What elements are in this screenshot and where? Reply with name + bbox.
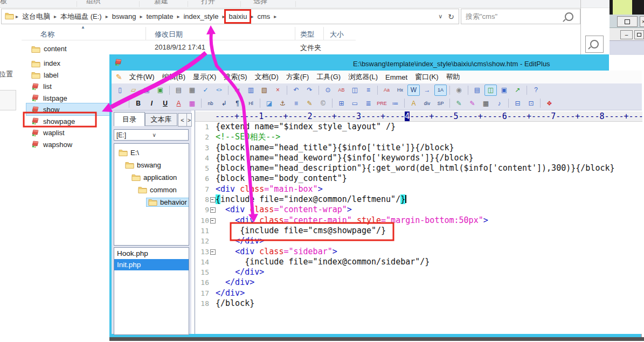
word-wrap-icon[interactable]: W: [407, 85, 420, 96]
file-row-showpage[interactable]: showpage: [31, 116, 75, 127]
cut-icon[interactable]: ✂: [231, 85, 244, 96]
indent-marks-icon[interactable]: →: [421, 85, 433, 96]
tree-item-e[interactable]: E:\: [119, 146, 139, 158]
copyright-icon[interactable]: ©: [317, 97, 329, 109]
menu-f[interactable]: 方案(F): [282, 72, 313, 82]
address-dropdown-chevron[interactable]: ∨: [438, 13, 442, 20]
drive-selector[interactable]: [E:] ∨: [114, 129, 189, 141]
fold-toggle-icon[interactable]: [209, 247, 216, 257]
breadcrumb-item-indexstyle[interactable]: index_style: [181, 12, 220, 20]
menu-g[interactable]: 工具(G): [313, 72, 344, 82]
fold-toggle-icon[interactable]: [209, 205, 216, 215]
uppercase-icon[interactable]: Aa: [380, 85, 393, 96]
breadcrumb-item-bswang[interactable]: bswang: [110, 12, 139, 20]
edit-script-icon[interactable]: ✎: [453, 97, 465, 109]
replace-icon[interactable]: AB: [335, 85, 348, 96]
form-elements-icon[interactable]: ⊟: [511, 97, 524, 109]
breadcrumb-item-[interactable]: 这台电脑: [20, 12, 52, 22]
browser-preview-icon[interactable]: ◐: [114, 97, 126, 109]
tree-item-behavior[interactable]: behavior: [144, 196, 189, 208]
redo-icon[interactable]: ↷: [303, 85, 316, 96]
panel-file-hookphp[interactable]: Hook.php: [114, 248, 189, 259]
bold-icon[interactable]: B: [132, 97, 144, 109]
tree-item-common[interactable]: common: [138, 184, 177, 196]
sort-ascending-icon[interactable]: ▲: [81, 25, 85, 30]
file-row-label[interactable]: label: [31, 69, 58, 81]
magnifier-tool-button[interactable]: [585, 36, 604, 53]
print-preview-icon[interactable]: ▤: [172, 85, 185, 96]
div-tag-icon[interactable]: div: [421, 97, 433, 109]
file-row-wapshow[interactable]: wapshow: [31, 139, 72, 150]
cliptext-panel-icon[interactable]: ▤: [471, 85, 483, 96]
file-row-show[interactable]: show: [31, 104, 59, 115]
center-align-icon[interactable]: ≡: [290, 97, 302, 109]
signature-icon[interactable]: ✎: [303, 97, 316, 109]
nbsp-icon[interactable]: nb: [204, 97, 217, 109]
print-icon[interactable]: ▦: [186, 85, 198, 96]
file-row-list[interactable]: list: [31, 81, 52, 92]
div-block-icon[interactable]: ▭: [349, 97, 361, 109]
file-row-listpage[interactable]: listpage: [31, 93, 67, 104]
file-row-content[interactable]: content: [31, 43, 67, 54]
document-tag-icon[interactable]: A: [407, 97, 420, 109]
menu-emmet[interactable]: Emmet: [382, 73, 411, 81]
breadcrumb-item-cms[interactable]: cms: [255, 12, 272, 20]
anchor-icon[interactable]: ⚓: [276, 97, 289, 109]
refresh-button[interactable]: ↻: [448, 12, 454, 21]
italic-icon[interactable]: I: [146, 97, 158, 109]
copy-icon[interactable]: ▥: [245, 85, 257, 96]
panel-file-initphp[interactable]: Init.php: [114, 259, 189, 270]
split-document-icon[interactable]: ◫: [484, 85, 497, 96]
tree-item-application[interactable]: application: [131, 171, 177, 183]
save-icon[interactable]: ▣: [141, 85, 153, 96]
editplus-title-bar[interactable]: E:\bswang\template\index_style\baixiu\cm…: [112, 57, 609, 71]
column-header-1[interactable]: 修改日期: [155, 30, 183, 39]
undo-icon[interactable]: ↶: [290, 85, 302, 96]
delete-icon[interactable]: ×: [272, 85, 284, 96]
find-icon[interactable]: ⊙: [322, 85, 334, 96]
fold-toggle-icon[interactable]: [209, 215, 216, 226]
open-folder-icon[interactable]: ▱: [127, 85, 140, 96]
function-list-icon[interactable]: ▣: [498, 85, 510, 96]
menu-d[interactable]: 文档(D): [251, 72, 282, 82]
column-marker-icon[interactable]: 1A: [434, 85, 447, 96]
fold-toggle-icon[interactable]: [209, 194, 216, 205]
breadcrumb-item-template[interactable]: template: [144, 12, 176, 20]
spell-check-icon[interactable]: ✓: [199, 85, 212, 96]
preformatted-icon[interactable]: PRE: [376, 97, 388, 109]
paste-icon[interactable]: ▧: [258, 85, 271, 96]
tree-item-bswang[interactable]: bswang: [125, 159, 161, 171]
span-tag-icon[interactable]: SP: [434, 97, 447, 109]
paragraph-icon[interactable]: ¶: [231, 97, 244, 109]
menu-k[interactable]: 窗口(K): [411, 72, 442, 82]
blockquote-icon[interactable]: ≣: [362, 97, 375, 109]
new-file-icon[interactable]: ▯: [114, 85, 126, 96]
menu-l[interactable]: 浏览器(L): [344, 72, 382, 82]
font-color-icon[interactable]: A: [172, 97, 185, 109]
table-icon[interactable]: ⊞: [335, 97, 348, 109]
form-layout-icon[interactable]: ⊡: [525, 97, 537, 109]
menu-[interactable]: 帮助: [442, 72, 464, 82]
context-help-icon[interactable]: ?: [530, 85, 542, 96]
html-tags-icon[interactable]: <>: [213, 85, 225, 96]
column-header-2[interactable]: 类型: [300, 30, 314, 39]
save-all-icon[interactable]: ▣: [154, 85, 167, 96]
heading-icon[interactable]: Hl: [245, 97, 257, 109]
search-input[interactable]: 搜索"cms": [461, 12, 565, 22]
list-tags-icon[interactable]: ≔: [389, 97, 401, 109]
breadcrumb-item-baixiu[interactable]: baixiu: [226, 12, 249, 20]
menu-w[interactable]: 文件(W): [126, 72, 158, 82]
color-palette-icon[interactable]: ▦: [186, 97, 198, 109]
column-header-0[interactable]: 名称: [40, 30, 54, 39]
file-row-waplist[interactable]: waplist: [31, 127, 65, 138]
minimize-button[interactable]: –: [620, 30, 633, 39]
menu-b[interactable]: 编辑(B): [158, 72, 189, 82]
tab-scroll-left-button[interactable]: <: [178, 113, 187, 127]
music-icon[interactable]: ♪: [493, 97, 505, 109]
editor-pane[interactable]: ----+----1----+----2----+----3----+----4…: [195, 110, 642, 334]
media-icon[interactable]: ▦: [480, 97, 492, 109]
settings-icon[interactable]: ◉: [453, 85, 465, 96]
tab-directory[interactable]: 目录: [114, 112, 145, 126]
code-editor[interactable]: 1{extend name="$index_style_layout" /}2<…: [195, 122, 642, 334]
close-button[interactable]: ×: [640, 16, 644, 27]
